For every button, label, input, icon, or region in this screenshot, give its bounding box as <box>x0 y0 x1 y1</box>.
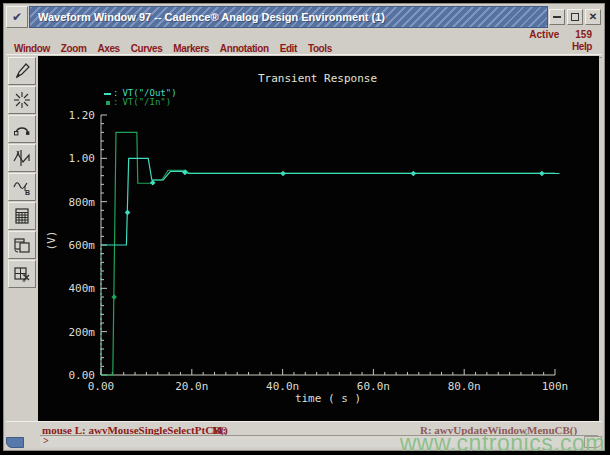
menu-item-axes[interactable]: Axes <box>97 43 119 54</box>
menubar: WindowZoomAxesCurvesMarkersAnnotationEdi… <box>14 41 594 55</box>
minimize-icon <box>553 16 561 18</box>
menu-item-edit[interactable]: Edit <box>280 43 297 54</box>
menu-item-zoom[interactable]: Zoom <box>61 43 87 54</box>
close-icon: ✕ <box>589 12 597 22</box>
pen-tool-button[interactable] <box>8 57 36 85</box>
watermark: www.cntronics.com <box>400 430 605 457</box>
sine-wave-b-icon: B <box>12 177 32 197</box>
titlebar-stripes[interactable]: Waveform Window 97 -- Cadence® Analog De… <box>29 6 548 28</box>
in-series-swatch-icon <box>106 101 110 105</box>
window-title: Waveform Window 97 -- Cadence® Analog De… <box>30 11 385 23</box>
plot-title: Transient Response <box>38 72 597 85</box>
menu-item-window[interactable]: Window <box>14 43 50 54</box>
active-label: Active <box>529 29 559 41</box>
window-menu-button[interactable]: ✔ <box>6 6 28 28</box>
out-series-swatch-icon <box>104 93 111 95</box>
legend-entry-in[interactable]: : VT("/In") <box>104 98 177 107</box>
copy-windows-icon <box>12 235 32 255</box>
menu-item-curves[interactable]: Curves <box>131 43 163 54</box>
menu-item-annotation[interactable]: Annotation <box>220 43 269 54</box>
waveform-window: ✔ Waveform Window 97 -- Cadence® Analog … <box>3 3 605 451</box>
prompt-glyph: > <box>43 435 49 446</box>
curve-arc-button[interactable] <box>8 115 36 143</box>
calculator-icon <box>12 206 32 226</box>
marker-tool-button[interactable] <box>8 144 36 172</box>
waveform-b-button[interactable]: B <box>8 173 36 201</box>
menu-help[interactable]: Help <box>572 41 592 52</box>
legend: : VT("/Out") : VT("/In") <box>104 89 177 107</box>
left-toolbar: B <box>6 56 38 422</box>
copy-window-button[interactable] <box>8 231 36 259</box>
svg-text:B: B <box>25 189 30 196</box>
waveform-canvas[interactable]: 0.0020.0n40.0n60.0n80.0n100n0.00200m400m… <box>38 56 599 426</box>
pen-icon <box>12 61 32 81</box>
svg-text:1.20: 1.20 <box>69 109 96 122</box>
menu-item-tools[interactable]: Tools <box>308 43 332 54</box>
titlebar: ✔ Waveform Window 97 -- Cadence® Analog … <box>6 6 602 28</box>
svg-text:800m: 800m <box>69 196 96 209</box>
active-value: 159 <box>575 29 592 41</box>
y-axis-label: (V) <box>45 231 58 251</box>
active-status: Active 159 <box>529 29 592 41</box>
vertical-marker-icon <box>12 148 32 168</box>
calculator-button[interactable] <box>8 202 36 230</box>
maximize-button[interactable] <box>567 9 583 25</box>
zoom-fit-button[interactable] <box>8 86 36 114</box>
legend-label-in: VT("/In") <box>122 98 171 107</box>
maximize-icon <box>571 13 579 21</box>
cut-window-button[interactable] <box>8 260 36 288</box>
arc-icon <box>12 119 32 139</box>
svg-text:0.00: 0.00 <box>69 369 96 382</box>
svg-text:600m: 600m <box>69 239 96 252</box>
menu-item-markers[interactable]: Markers <box>173 43 209 54</box>
svg-text:400m: 400m <box>69 282 96 295</box>
minimize-button[interactable] <box>549 9 565 25</box>
resize-corner-left[interactable] <box>6 437 24 448</box>
svg-text:200m: 200m <box>69 326 96 339</box>
star-burst-icon <box>12 90 32 110</box>
close-button[interactable]: ✕ <box>585 9 601 25</box>
svg-text:1.00: 1.00 <box>69 152 96 165</box>
window-scissors-icon <box>12 264 32 284</box>
plot-area[interactable]: Transient Response : VT("/Out") : VT("/I… <box>38 56 599 426</box>
x-axis-label: time ( s ) <box>101 392 555 405</box>
